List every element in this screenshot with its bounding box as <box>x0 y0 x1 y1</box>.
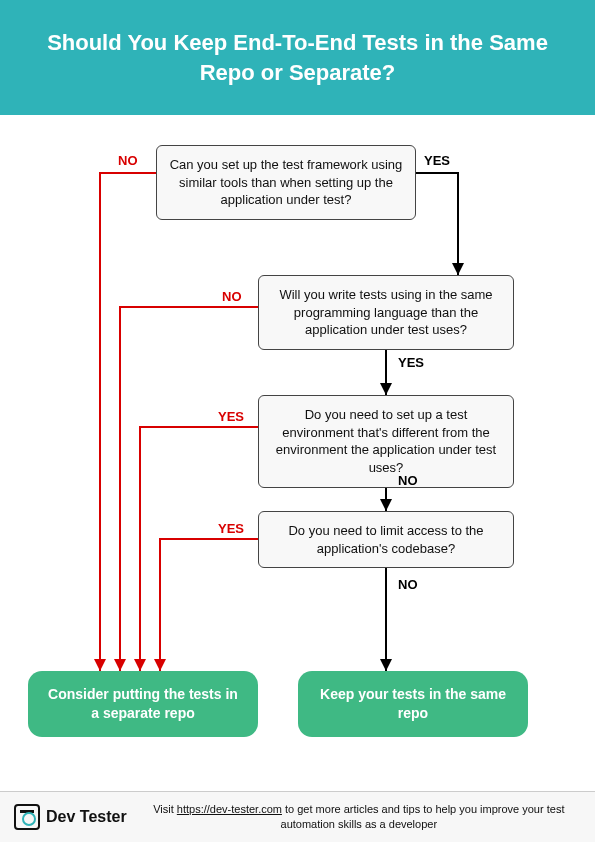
logo-icon <box>14 804 40 830</box>
label-q2-no: NO <box>222 289 242 304</box>
label-q4-yes: YES <box>218 521 244 536</box>
footer: Dev Tester Visit https://dev-tester.com … <box>0 791 595 842</box>
page-header: Should You Keep End-To-End Tests in the … <box>0 0 595 115</box>
flowchart-canvas: Can you set up the test framework using … <box>0 115 595 765</box>
logo: Dev Tester <box>14 804 127 830</box>
question-2: Will you write tests using in the same p… <box>258 275 514 350</box>
question-4: Do you need to limit access to the appli… <box>258 511 514 568</box>
outcome-separate-repo: Consider putting the tests in a separate… <box>28 671 258 737</box>
question-3-text: Do you need to set up a test environment… <box>276 407 496 475</box>
label-q2-yes: YES <box>398 355 424 370</box>
label-q3-yes: YES <box>218 409 244 424</box>
label-q3-no: NO <box>398 473 418 488</box>
footer-suffix: to get more articles and tips to help yo… <box>281 803 565 830</box>
question-2-text: Will you write tests using in the same p… <box>279 287 492 337</box>
outcome-separate-text: Consider putting the tests in a separate… <box>48 686 238 721</box>
question-4-text: Do you need to limit access to the appli… <box>288 523 483 556</box>
question-1: Can you set up the test framework using … <box>156 145 416 220</box>
logo-text: Dev Tester <box>46 808 127 826</box>
footer-text: Visit https://dev-tester.com to get more… <box>137 802 581 832</box>
question-1-text: Can you set up the test framework using … <box>170 157 403 207</box>
footer-link[interactable]: https://dev-tester.com <box>177 803 282 815</box>
outcome-same-repo: Keep your tests in the same repo <box>298 671 528 737</box>
outcome-same-text: Keep your tests in the same repo <box>320 686 506 721</box>
label-q1-yes: YES <box>424 153 450 168</box>
question-3: Do you need to set up a test environment… <box>258 395 514 487</box>
footer-prefix: Visit <box>153 803 177 815</box>
label-q1-no: NO <box>118 153 138 168</box>
label-q4-no: NO <box>398 577 418 592</box>
header-title: Should You Keep End-To-End Tests in the … <box>47 30 548 85</box>
